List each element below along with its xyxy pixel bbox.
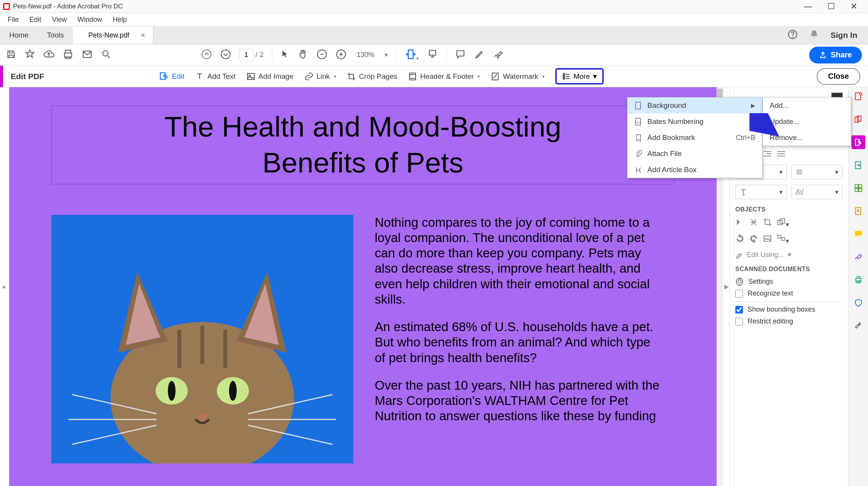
pointer-icon[interactable] xyxy=(281,49,289,61)
char-spacing-dropdown[interactable]: AV▾ xyxy=(792,185,843,199)
bookmark-icon xyxy=(634,133,642,142)
tool-watermark[interactable]: Watermark▾ xyxy=(491,72,544,81)
rail-fill-sign-icon[interactable] xyxy=(852,250,865,264)
tool-crop[interactable]: Crop Pages xyxy=(347,72,397,81)
tab-close-icon[interactable]: × xyxy=(141,31,145,40)
tool-add-image[interactable]: Add Image xyxy=(246,72,294,81)
recognize-text-checkbox[interactable] xyxy=(735,290,743,297)
print-icon[interactable] xyxy=(63,49,73,61)
more-bookmark[interactable]: Add Bookmark Ctrl+B xyxy=(627,130,762,146)
restrict-editing-checkbox[interactable] xyxy=(735,318,743,325)
more-article[interactable]: Add Article Box xyxy=(627,162,762,178)
align-justify-icon[interactable] xyxy=(777,150,786,159)
sign-in-link[interactable]: Sign In xyxy=(831,31,857,40)
svg-rect-9 xyxy=(429,50,436,55)
page-input[interactable] xyxy=(239,49,253,61)
rotate-cw-icon[interactable] xyxy=(749,234,758,245)
zoom-level[interactable]: 130% xyxy=(355,51,376,59)
more-attach[interactable]: Attach File xyxy=(627,146,762,162)
svg-rect-55 xyxy=(855,185,858,188)
edit-using-dropdown[interactable]: Edit Using... ▾ xyxy=(735,250,791,259)
bg-add[interactable]: Add... xyxy=(763,98,851,114)
left-nav-toggle[interactable] xyxy=(0,87,9,486)
rail-organize-icon[interactable] xyxy=(852,181,865,195)
page-up-icon[interactable] xyxy=(201,49,212,61)
tool-more[interactable]: More▾ xyxy=(555,68,604,85)
arrange-icon[interactable]: ▾ xyxy=(777,218,789,229)
maximize-icon[interactable]: ☐ xyxy=(827,2,835,11)
search-icon[interactable] xyxy=(101,49,112,61)
mail-icon[interactable] xyxy=(82,49,93,61)
rail-edit-pdf-icon[interactable] xyxy=(852,135,865,149)
hand-icon[interactable] xyxy=(297,49,308,61)
cloud-upload-icon[interactable] xyxy=(44,49,54,61)
tab-tools[interactable]: Tools xyxy=(38,26,73,44)
tool-header-footer[interactable]: Header & Footer▾ xyxy=(408,72,480,81)
menu-edit[interactable]: Edit xyxy=(25,14,46,25)
tool-more-label: More xyxy=(574,72,590,81)
rail-protect-icon[interactable] xyxy=(852,296,865,310)
horizontal-scale-dropdown[interactable]: ▾ xyxy=(735,185,787,199)
show-bounding-checkbox[interactable] xyxy=(735,306,743,314)
align-objects-icon[interactable]: ▾ xyxy=(777,234,789,245)
page-total: 2 xyxy=(260,51,263,59)
rail-combine-icon[interactable] xyxy=(852,112,865,126)
recognize-text-label: Recognize text xyxy=(748,289,793,297)
article-icon xyxy=(634,166,642,174)
doc-p1: Nothing compares to the joy of coming ho… xyxy=(375,215,663,307)
tab-document[interactable]: Pets-New.pdf × xyxy=(73,26,153,44)
flip-horizontal-icon[interactable] xyxy=(735,218,744,229)
tool-link[interactable]: Link▾ xyxy=(304,72,336,81)
zoom-in-icon[interactable] xyxy=(336,49,346,61)
doc-title-box[interactable]: The Health and Mood-Boosting Benefits of… xyxy=(51,106,675,184)
svg-point-27 xyxy=(229,381,237,401)
document-view[interactable]: The Health and Mood-Boosting Benefits of… xyxy=(9,87,717,486)
share-button[interactable]: Share xyxy=(809,47,862,63)
menu-window[interactable]: Window xyxy=(73,14,107,25)
rail-print-icon[interactable] xyxy=(852,273,865,287)
save-icon[interactable] xyxy=(6,49,16,61)
menu-help[interactable]: Help xyxy=(108,14,132,25)
minimize-icon[interactable]: — xyxy=(804,2,812,11)
close-window-icon[interactable]: ✕ xyxy=(850,2,857,11)
doc-image-cat[interactable] xyxy=(51,215,353,463)
menu-view[interactable]: View xyxy=(47,14,72,25)
rail-export-icon[interactable] xyxy=(852,158,865,172)
close-tool-button[interactable]: Close xyxy=(817,68,860,85)
align-right-icon[interactable] xyxy=(763,150,772,159)
bates-icon: 012 xyxy=(634,117,642,126)
zoom-out-icon[interactable] xyxy=(317,49,327,61)
page-down-icon[interactable] xyxy=(220,49,231,61)
indent-dropdown[interactable]: ▾ xyxy=(792,165,843,179)
tab-bar: Home Tools Pets-New.pdf × Sign In xyxy=(0,26,868,44)
highlight-icon[interactable] xyxy=(474,49,485,61)
tab-home[interactable]: Home xyxy=(0,26,38,44)
star-icon[interactable] xyxy=(24,49,35,61)
zoom-caret-icon[interactable]: ▾ xyxy=(385,51,388,59)
crop-object-icon[interactable] xyxy=(763,218,772,229)
doc-text[interactable]: Nothing compares to the joy of coming ho… xyxy=(375,215,675,463)
fit-width-icon[interactable]: ▾ xyxy=(405,49,419,62)
more-background[interactable]: Background ▶ xyxy=(627,98,762,114)
sign-icon[interactable] xyxy=(493,49,504,61)
flip-vertical-icon[interactable] xyxy=(749,218,758,229)
page-display-icon[interactable] xyxy=(427,49,438,61)
help-icon[interactable] xyxy=(788,29,798,41)
tool-header-footer-label: Header & Footer xyxy=(420,72,474,81)
comment-icon[interactable] xyxy=(455,49,466,61)
rail-more-tools-icon[interactable] xyxy=(852,319,865,333)
menu-file[interactable]: File xyxy=(3,14,23,25)
settings-row[interactable]: Settings xyxy=(735,277,843,286)
rail-compress-icon[interactable] xyxy=(852,204,865,218)
svg-rect-13 xyxy=(410,73,416,80)
tool-add-text[interactable]: Add Text xyxy=(195,72,236,81)
more-bates[interactable]: 012 Bates Numbering ▶ xyxy=(627,114,762,130)
tool-edit[interactable]: Edit xyxy=(159,72,185,81)
tool-add-text-label: Add Text xyxy=(207,72,236,81)
svg-rect-57 xyxy=(855,189,858,192)
rail-comment-icon[interactable] xyxy=(852,227,865,241)
rotate-ccw-icon[interactable] xyxy=(735,234,744,245)
bell-icon[interactable] xyxy=(809,29,819,41)
rail-create-pdf-icon[interactable] xyxy=(852,89,865,103)
replace-image-icon[interactable] xyxy=(763,234,772,245)
